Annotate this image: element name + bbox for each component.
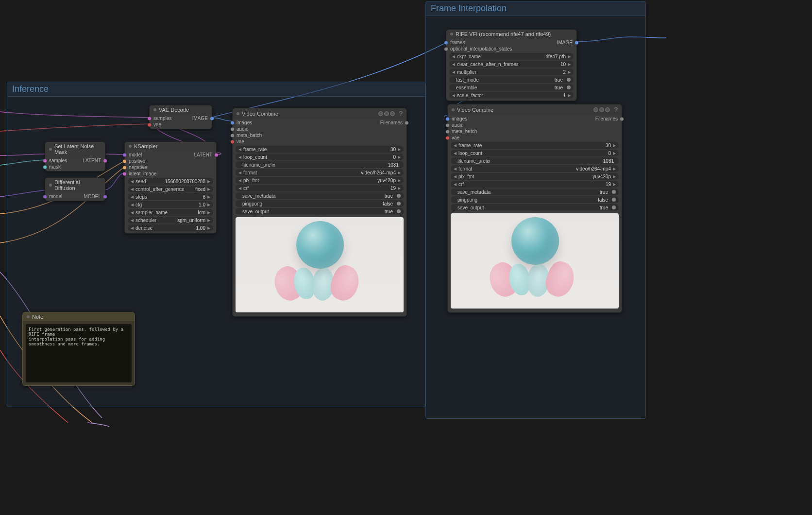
input-port[interactable] [446,136,449,139]
widget-loop-count[interactable]: ◀loop_count0▶ [236,154,404,160]
note-text[interactable]: First generation pass, followed by a RIF… [26,324,132,382]
node-header[interactable]: KSampler [125,142,216,151]
collapse-icon[interactable] [450,33,453,35]
video-preview[interactable] [236,217,404,312]
collapse-icon[interactable] [153,108,156,111]
collapse-icon[interactable] [49,184,52,187]
input-port[interactable] [43,165,47,169]
node-header[interactable]: Note [23,312,135,321]
widget-steps[interactable]: ◀steps8▶ [128,193,213,200]
node-rife-vfi[interactable]: RIFE VFI (recommend rife47 and rife49) f… [446,29,577,101]
collapse-icon[interactable] [237,112,239,115]
widget-frame-rate[interactable]: ◀frame_rate30▶ [451,142,619,149]
icon-circle[interactable] [378,111,383,116]
output-port[interactable] [103,195,107,198]
video-preview[interactable] [451,213,619,309]
widget-frame-rate[interactable]: ◀frame_rate30▶ [236,146,404,153]
input-port[interactable] [123,153,126,156]
group-title: Frame Interpolation [426,1,645,16]
widget-crf[interactable]: ◀crf19▶ [451,181,619,188]
output-port[interactable] [215,153,218,156]
node-vae-decode[interactable]: VAE Decode samples IMAGE vae [149,105,212,129]
node-differential-diffusion[interactable]: Differential Diffusion model MODEL [45,177,105,201]
node-body: samples LATENT mask [45,156,105,171]
input-port[interactable] [231,121,234,124]
widget-scale-factor[interactable]: ◀scale_factor1▶ [449,92,574,99]
widget-format[interactable]: ◀formatvideo/h264-mp4▶ [451,165,619,172]
widget-filename-prefix[interactable]: filename_prefix1031 [451,157,619,164]
widget-pix-fmt[interactable]: ◀pix_fmtyuv420p▶ [451,173,619,180]
widget-multiplier[interactable]: ◀multiplier2▶ [449,69,574,75]
icon-circle[interactable] [599,107,604,112]
node-graph-canvas[interactable]: Inference Frame Interpolation Set Latent… [0,0,812,515]
input-port[interactable] [444,41,448,44]
widget-save-metadata[interactable]: save_metadatatrue [236,192,404,199]
collapse-icon[interactable] [49,148,52,151]
widget-save-metadata[interactable]: save_metadatatrue [451,189,619,195]
header-icons [378,111,395,116]
output-port[interactable] [405,121,408,124]
node-header[interactable]: Set Latent Noise Mask [45,142,105,156]
input-port[interactable] [123,172,126,175]
input-port[interactable] [123,166,126,169]
input-port[interactable] [444,47,448,51]
widget-format[interactable]: ◀formatvideo/h264-mp4▶ [236,169,404,176]
arrow-left-icon[interactable]: ◀ [131,179,134,184]
widget-denoise[interactable]: ◀denoise1.00▶ [128,224,213,231]
widget-seed[interactable]: ◀seed156680208700288▶ [128,178,213,185]
widget-ensemble[interactable]: ensembletrue [449,84,574,91]
header-icons [593,107,610,112]
widget-filename-prefix[interactable]: filename_prefix1031 [236,161,404,168]
widget-pix-fmt[interactable]: ◀pix_fmtyuv420p▶ [236,177,404,184]
widget-cfg[interactable]: ◀cfg1.0▶ [128,201,213,208]
input-port[interactable] [43,159,47,162]
icon-circle[interactable] [593,107,598,112]
collapse-icon[interactable] [452,108,455,111]
input-port[interactable] [148,123,151,126]
output-port[interactable] [210,117,214,120]
input-port[interactable] [231,140,234,143]
icon-circle[interactable] [384,111,389,116]
node-header[interactable]: RIFE VFI (recommend rife47 and rife49) [446,30,576,38]
node-video-combine-1[interactable]: Video Combine ? images Filenames audio m… [232,108,407,317]
node-header[interactable]: Video Combine ? [233,108,406,119]
node-video-combine-2[interactable]: Video Combine ? images Filenames audio m… [447,104,622,313]
widget-scheduler[interactable]: ◀schedulersgm_uniform▶ [128,217,213,223]
input-port[interactable] [43,195,47,198]
help-icon[interactable]: ? [614,106,618,113]
widget-save-output[interactable]: save_outputtrue [236,208,404,215]
output-port[interactable] [620,117,624,120]
icon-circle[interactable] [605,107,610,112]
widget-ckpt-name[interactable]: ◀ckpt_namerife47.pth▶ [449,53,574,60]
widget-save-output[interactable]: save_outputtrue [451,204,619,211]
icon-circle[interactable] [390,111,395,116]
node-header[interactable]: Differential Diffusion [45,178,105,192]
input-port[interactable] [231,127,234,131]
input-port[interactable] [446,130,449,133]
node-header[interactable]: Video Combine ? [448,104,622,115]
node-header[interactable]: VAE Decode [150,105,212,114]
help-icon[interactable]: ? [399,110,403,117]
input-port[interactable] [148,117,151,120]
output-port[interactable] [103,159,107,162]
node-latent-noise-mask[interactable]: Set Latent Noise Mask samples LATENT mas… [45,141,105,172]
widget-loop-count[interactable]: ◀loop_count0▶ [451,150,619,156]
input-port[interactable] [446,117,449,120]
output-port[interactable] [575,41,578,44]
input-port[interactable] [446,123,449,127]
widget-pingpong[interactable]: pingpongfalse [451,196,619,203]
group-title: Inference [7,82,425,97]
widget-clear-cache[interactable]: ◀clear_cache_after_n_frames10▶ [449,61,574,68]
widget-fast-mode[interactable]: fast_modetrue [449,76,574,83]
node-ksampler[interactable]: KSampler model LATENT positive negative … [124,141,217,234]
widget-sampler-name[interactable]: ◀sampler_namelcm▶ [128,209,213,216]
widget-pingpong[interactable]: pingpongfalse [236,200,404,207]
node-note[interactable]: Note First generation pass, followed by … [22,312,135,386]
widget-control-after-generate[interactable]: ◀control_after_generatefixed▶ [128,186,213,192]
widget-crf[interactable]: ◀crf19▶ [236,185,404,191]
input-port[interactable] [231,134,234,137]
collapse-icon[interactable] [27,315,30,318]
input-port[interactable] [123,159,126,163]
collapse-icon[interactable] [129,145,132,148]
arrow-right-icon[interactable]: ▶ [207,179,210,184]
